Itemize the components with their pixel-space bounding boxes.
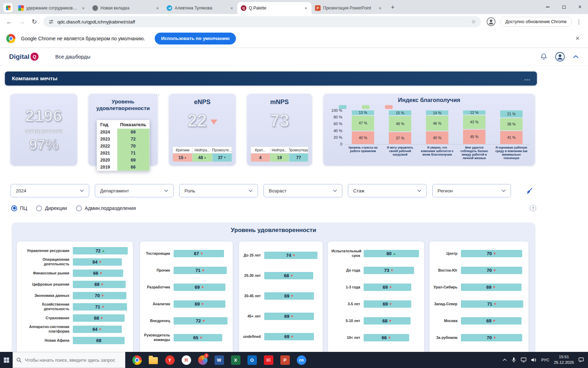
pinned-tab[interactable] [4, 3, 13, 12]
value-bar[interactable]: 66▼ [364, 334, 409, 341]
value-bar[interactable]: 69▼ [364, 284, 411, 291]
value-bar[interactable]: 69▼ [73, 281, 126, 288]
value-bar[interactable]: 72▼ [174, 317, 227, 325]
taskbar-app-yandex[interactable]: Я [181, 352, 191, 368]
value-bar[interactable]: 69▼ [461, 284, 522, 291]
taskbar-app-badge-7[interactable]: 7 [197, 352, 208, 368]
taskbar-app-explorer[interactable] [148, 352, 159, 368]
microphone-icon[interactable] [511, 357, 516, 363]
hidden-icons-chevron[interactable] [503, 359, 507, 361]
new-tab-button[interactable]: + [388, 2, 398, 12]
tab-close-icon[interactable]: × [377, 5, 383, 11]
profile-avatar[interactable] [486, 17, 496, 27]
value-bar[interactable]: 71▼ [174, 267, 227, 274]
browser-tab-3[interactable]: Алевтина Тулякова× [163, 2, 237, 14]
word-icon: W [215, 355, 224, 365]
value-bar[interactable]: 68 [73, 337, 125, 344]
reload-button[interactable]: ↻ [29, 16, 40, 27]
all-dashboards-link[interactable]: Все дашборды [55, 54, 90, 60]
chrome-update-chip[interactable]: Доступно обновление Chrome [500, 17, 572, 27]
tab-close-icon[interactable]: × [303, 5, 309, 11]
value-bar[interactable]: 69▼ [174, 300, 225, 308]
close-notification-icon[interactable]: × [575, 34, 582, 42]
filter-select-year[interactable]: 2024 [10, 184, 89, 197]
bar-segment-green: 48 % [389, 116, 411, 131]
taskbar-app-yandex-browser[interactable]: Y [164, 352, 175, 368]
tab-close-icon[interactable]: × [229, 5, 234, 11]
taskbar-search[interactable] [13, 352, 125, 368]
value-bar[interactable]: 68▼ [264, 272, 313, 279]
bookmark-star-icon[interactable]: ☆ [471, 19, 476, 25]
address-bar[interactable]: qdc.diasoft.ru/qpdLichnyjkabinet/staff ☆ [43, 16, 481, 27]
value-bar[interactable]: 67▼ [174, 250, 224, 257]
filter-select-role[interactable]: Роль [179, 184, 258, 197]
value-bar[interactable]: 66▼ [73, 270, 123, 277]
bell-icon[interactable] [540, 53, 547, 60]
back-button[interactable]: ← [4, 16, 15, 27]
browser-tab-4[interactable]: QQ.Palette× [237, 2, 312, 14]
taskbar-app-powerpoint[interactable]: P [280, 352, 290, 368]
value-bar[interactable]: 70▼ [461, 267, 522, 274]
close-window-button[interactable]: × [572, 0, 588, 14]
radio-option-3[interactable]: Админ.подразделения [76, 205, 136, 211]
tab-close-icon[interactable]: × [80, 5, 86, 11]
taskbar-app-excel[interactable]: X [230, 352, 241, 368]
value-bar[interactable]: 80▲ [364, 250, 419, 257]
value-bar[interactable]: 70▼ [461, 334, 522, 341]
value-bar[interactable]: 65▼ [174, 334, 222, 341]
taskbar-app-word[interactable]: W [214, 352, 224, 368]
value-bar[interactable]: 69▼ [364, 300, 411, 308]
banner-menu-icon[interactable]: ... [524, 76, 537, 81]
bar-row-label: 45+ лет [243, 314, 264, 319]
value-bar[interactable]: 64▼ [73, 326, 122, 333]
help-icon[interactable]: ? [530, 205, 536, 211]
filter-select-tenure[interactable]: Стаж [348, 184, 427, 197]
set-default-button[interactable]: Использовать по умолчанию [155, 33, 236, 45]
taskbar-clock[interactable]: 15:51 25.12.2025 [554, 354, 574, 365]
start-button[interactable] [0, 352, 13, 368]
tab-close-icon[interactable]: × [155, 5, 160, 11]
value-bar[interactable]: 71▼ [73, 303, 127, 311]
search-input[interactable] [25, 357, 121, 363]
value-bar[interactable]: 68▼ [364, 317, 411, 325]
value-bar[interactable]: 73▼ [364, 267, 414, 274]
value-bar[interactable]: 69▼ [264, 313, 314, 320]
taskbar-app-chrome[interactable] [132, 352, 142, 368]
filter-select-department[interactable]: Департамент [95, 184, 174, 197]
display-icon[interactable] [521, 357, 526, 362]
browser-menu-icon[interactable]: ⋮ [573, 19, 584, 25]
radio-label: Админ.подразделения [85, 205, 136, 211]
radio-option-2[interactable]: Дирекции [36, 205, 67, 211]
browser-tab-1[interactable]: удержание сотрудников план...× [15, 2, 89, 14]
volume-icon[interactable] [531, 357, 537, 362]
taskbar-app-zoom[interactable]: zm [296, 352, 307, 368]
language-indicator[interactable]: РУС [541, 358, 549, 362]
value-bar[interactable]: 71▼ [461, 300, 523, 308]
value-bar[interactable]: 72▲ [73, 247, 128, 254]
value-bar[interactable]: 69▼ [461, 317, 522, 325]
value-bar[interactable]: 74▼ [264, 252, 317, 259]
filter-select-region[interactable]: Регион [432, 184, 511, 197]
value-bar[interactable]: 69▼ [264, 333, 314, 340]
value-bar[interactable]: 68▼ [73, 314, 125, 322]
taskbar-app-outlook[interactable]: O [247, 352, 257, 368]
radio-option-1[interactable]: ПЦ [11, 205, 27, 211]
browser-tab-5[interactable]: PПрезентация PowerPoint× [312, 2, 386, 14]
collapse-chevron-icon[interactable] [573, 55, 579, 59]
value-bar[interactable]: 64▼ [73, 258, 122, 266]
value-bar[interactable]: 70▼ [461, 250, 522, 257]
minimize-button[interactable] [540, 0, 556, 14]
taskbar-app-1c[interactable]: 1С [263, 352, 274, 368]
user-avatar-icon[interactable] [555, 52, 565, 62]
value-bar[interactable]: 70▼ [73, 292, 126, 299]
forward-button[interactable]: → [16, 16, 27, 27]
site-settings-icon[interactable] [48, 19, 54, 25]
value-bar[interactable]: 69▼ [264, 292, 314, 300]
maximize-button[interactable] [556, 0, 572, 14]
browser-tab-2[interactable]: Новая вкладка× [89, 2, 163, 14]
filter-select-age[interactable]: Возраст [264, 184, 342, 197]
value-bar[interactable]: 69▼ [174, 284, 225, 291]
clear-filters-icon[interactable] [526, 187, 533, 195]
action-center-icon[interactable] [579, 357, 584, 362]
digital-q-logo[interactable]: Digital Q [9, 53, 38, 61]
